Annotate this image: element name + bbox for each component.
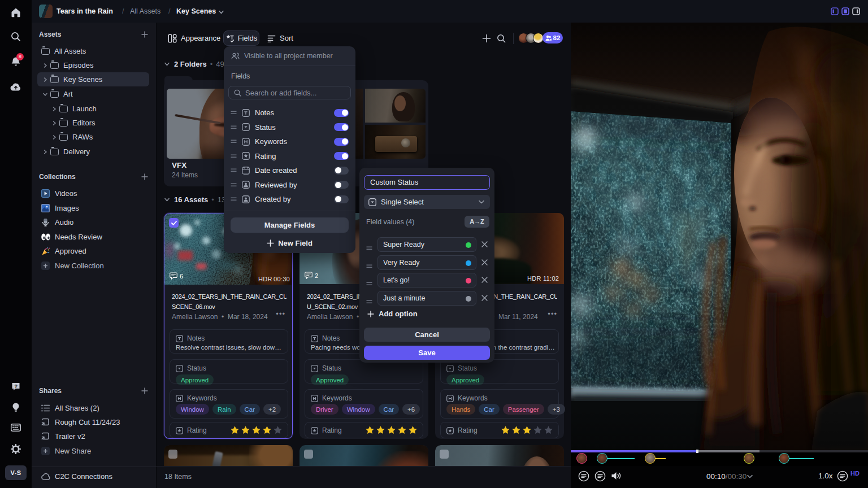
svg-text:?: ?: [15, 384, 18, 389]
